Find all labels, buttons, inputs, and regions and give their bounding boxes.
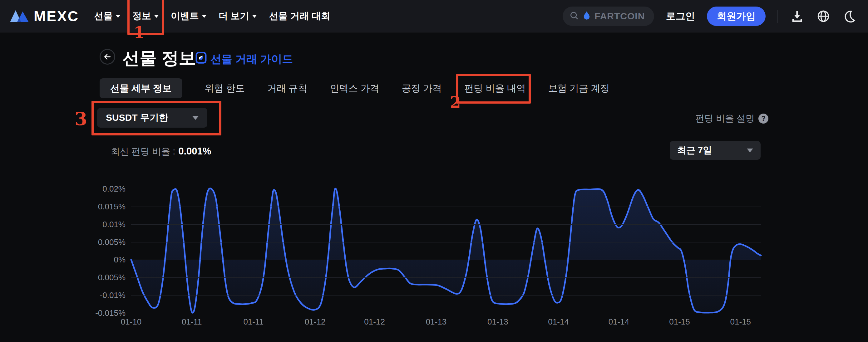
search-placeholder: FARTCOIN <box>594 11 645 22</box>
signup-button[interactable]: 회원가입 <box>707 6 766 26</box>
navbar-right-cluster: FARTCOIN 로그인 회원가입 <box>563 6 857 26</box>
y-axis-tick-label: 0% <box>94 255 126 265</box>
x-axis-tick-label: 01-10 <box>121 317 142 327</box>
gridline <box>131 313 761 313</box>
nav-item-label: 선물 거래 대회 <box>269 10 330 23</box>
download-app-button[interactable] <box>790 9 804 24</box>
x-axis-tick-label: 01-14 <box>609 317 629 327</box>
x-axis-tick-label: 01-12 <box>364 317 385 327</box>
coin-droplet-icon <box>583 11 591 22</box>
gridline <box>131 207 761 207</box>
gridline <box>131 295 761 296</box>
annotation-step-number-3: 3 <box>74 110 87 128</box>
gridline <box>131 260 761 260</box>
y-axis-tick-label: 0.02% <box>94 184 126 194</box>
x-axis-tick-label: 01-12 <box>305 317 326 327</box>
y-axis-tick-label: -0.01% <box>94 290 126 300</box>
funding-rate-curve <box>0 0 868 342</box>
nav-item-label: 선물 <box>94 10 113 23</box>
y-axis-tick-label: 0.005% <box>94 237 126 247</box>
top-navbar: MEXC 선물정보1이벤트더 보기선물 거래 대회 FARTCOIN 로그인 회… <box>0 0 868 32</box>
nav-item-label: 정보 <box>132 10 151 23</box>
mexc-futures-info-page: MEXC 선물정보1이벤트더 보기선물 거래 대회 FARTCOIN 로그인 회… <box>0 0 868 342</box>
nav-item-3[interactable]: 더 보기 <box>218 6 257 26</box>
nav-item-label: 더 보기 <box>219 10 249 23</box>
annotation-step-number-2: 2 <box>450 95 461 110</box>
nav-item-label: 이벤트 <box>171 10 199 23</box>
x-axis-tick-label: 01-11 <box>182 317 202 327</box>
search-box[interactable]: FARTCOIN <box>563 6 654 26</box>
nav-item-1[interactable]: 정보1 <box>132 6 160 26</box>
language-globe-button[interactable] <box>816 9 831 24</box>
annotation-step-number-1: 1 <box>134 25 145 40</box>
nav-item-0[interactable]: 선물 <box>93 6 121 26</box>
gridline <box>131 189 761 189</box>
mexc-logo-text: MEXC <box>34 8 79 25</box>
search-icon <box>569 11 579 22</box>
y-axis-tick-label: -0.015% <box>94 308 126 318</box>
y-axis-tick-label: 0.015% <box>94 202 126 212</box>
x-axis-tick-label: 01-14 <box>548 317 569 327</box>
chevron-down-icon <box>202 15 207 18</box>
mexc-logo-icon <box>9 8 29 24</box>
chevron-down-icon <box>252 15 257 18</box>
gridline <box>131 277 761 278</box>
nav-item-4[interactable]: 선물 거래 대회 <box>268 6 331 26</box>
theme-toggle-moon-icon[interactable] <box>842 9 857 24</box>
navbar-divider <box>777 10 778 23</box>
chevron-down-icon <box>116 15 121 18</box>
x-axis-tick-label: 01-15 <box>669 317 690 327</box>
login-button[interactable]: 로그인 <box>666 10 695 23</box>
x-axis-tick-label: 01-15 <box>730 317 751 327</box>
x-axis-tick-label: 01-11 <box>243 317 264 327</box>
chevron-down-icon <box>154 15 159 18</box>
main-nav-menu: 선물정보1이벤트더 보기선물 거래 대회 <box>93 6 331 26</box>
x-axis-tick-label: 01-13 <box>426 317 447 327</box>
gridline <box>131 242 761 242</box>
mexc-logo[interactable]: MEXC <box>9 8 79 25</box>
nav-item-2[interactable]: 이벤트 <box>170 6 207 26</box>
x-axis-tick-label: 01-13 <box>487 317 508 327</box>
funding-rate-chart: 0.02%0.015%0.01%0.005%0%-0.005%-0.01%-0.… <box>0 0 868 342</box>
y-axis-tick-label: 0.01% <box>94 220 126 229</box>
y-axis-tick-label: -0.005% <box>94 273 126 282</box>
